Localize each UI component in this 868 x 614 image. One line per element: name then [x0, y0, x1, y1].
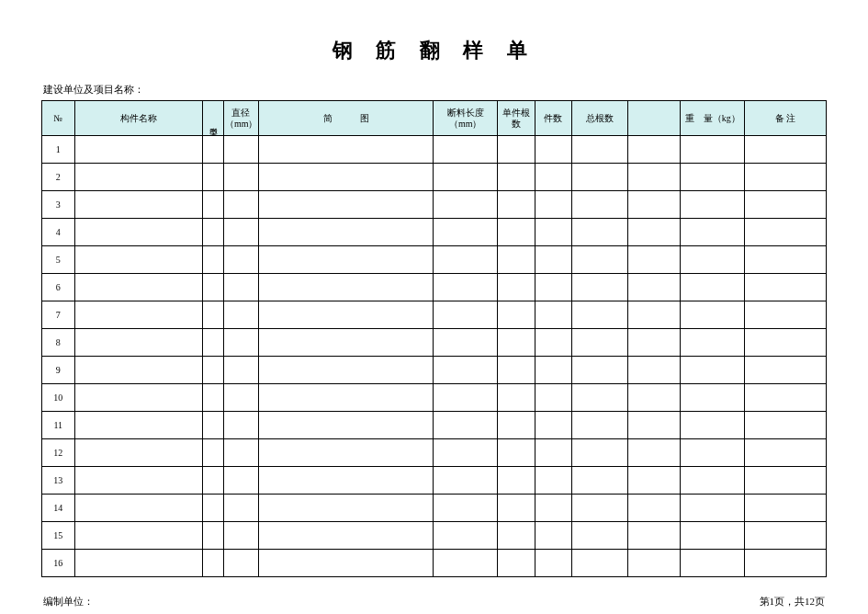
cell-blank	[628, 301, 681, 329]
cell-no: 11	[42, 412, 75, 439]
cell-note	[745, 550, 827, 577]
cell-blank	[628, 550, 681, 577]
cell-diagram	[258, 357, 433, 384]
table-row: 12	[42, 439, 827, 467]
header-type: 类型	[203, 101, 224, 136]
cell-total_roots	[572, 246, 628, 274]
cell-type	[203, 301, 224, 329]
cell-type	[203, 495, 224, 522]
cell-cut_length	[434, 219, 498, 246]
cell-diagram	[258, 246, 433, 274]
cell-pieces	[535, 550, 572, 577]
cell-diagram	[258, 412, 433, 439]
table-row: 10	[42, 384, 827, 412]
cell-pieces	[535, 467, 572, 495]
cell-pieces	[535, 495, 572, 522]
cell-type	[203, 550, 224, 577]
cell-note	[745, 329, 827, 357]
cell-weight	[681, 384, 745, 412]
cell-total_roots	[572, 219, 628, 246]
cell-blank	[628, 439, 681, 467]
cell-unit_roots	[498, 219, 535, 246]
cell-total_roots	[572, 439, 628, 467]
cell-diagram	[258, 467, 433, 495]
cell-name	[74, 357, 203, 384]
cell-no: 1	[42, 136, 75, 164]
cell-diagram	[258, 495, 433, 522]
cell-no: 14	[42, 495, 75, 522]
cell-weight	[681, 412, 745, 439]
cell-diagram	[258, 522, 433, 550]
header-weight: 重 量（kg）	[681, 101, 745, 136]
cell-type	[203, 439, 224, 467]
cell-pieces	[535, 301, 572, 329]
cell-type	[203, 384, 224, 412]
cell-diagram	[258, 164, 433, 191]
cell-blank	[628, 164, 681, 191]
cell-diameter	[223, 550, 258, 577]
cell-name	[74, 274, 203, 301]
cell-unit_roots	[498, 384, 535, 412]
cell-blank	[628, 384, 681, 412]
cell-note	[745, 412, 827, 439]
cell-diagram	[258, 384, 433, 412]
header-unit-roots: 单件根数	[498, 101, 535, 136]
header-total-roots: 总根数	[572, 101, 628, 136]
cell-pieces	[535, 412, 572, 439]
cell-type	[203, 329, 224, 357]
cell-unit_roots	[498, 246, 535, 274]
header-blank	[628, 101, 681, 136]
footer-compiler: 编制单位：	[43, 595, 94, 608]
table-row: 9	[42, 357, 827, 384]
cell-pieces	[535, 439, 572, 467]
cell-unit_roots	[498, 550, 535, 577]
cell-cut_length	[434, 495, 498, 522]
cell-unit_roots	[498, 274, 535, 301]
cell-unit_roots	[498, 301, 535, 329]
cell-cut_length	[434, 301, 498, 329]
cell-diagram	[258, 136, 433, 164]
cell-no: 10	[42, 384, 75, 412]
cell-no: 5	[42, 246, 75, 274]
cell-unit_roots	[498, 329, 535, 357]
cell-cut_length	[434, 412, 498, 439]
cell-total_roots	[572, 495, 628, 522]
cell-blank	[628, 274, 681, 301]
cell-total_roots	[572, 467, 628, 495]
cell-weight	[681, 522, 745, 550]
cell-weight	[681, 495, 745, 522]
cell-blank	[628, 136, 681, 164]
cell-unit_roots	[498, 495, 535, 522]
cell-blank	[628, 191, 681, 219]
cell-diagram	[258, 191, 433, 219]
header-note: 备 注	[745, 101, 827, 136]
cell-pieces	[535, 219, 572, 246]
cell-unit_roots	[498, 467, 535, 495]
cell-diagram	[258, 219, 433, 246]
cell-note	[745, 495, 827, 522]
table-row: 4	[42, 219, 827, 246]
cell-pieces	[535, 246, 572, 274]
cell-blank	[628, 495, 681, 522]
cell-cut_length	[434, 439, 498, 467]
cell-diagram	[258, 301, 433, 329]
cell-diameter	[223, 219, 258, 246]
header-diameter: 直径（mm）	[223, 101, 258, 136]
cell-total_roots	[572, 384, 628, 412]
cell-total_roots	[572, 329, 628, 357]
cell-note	[745, 439, 827, 467]
cell-no: 16	[42, 550, 75, 577]
project-label: 建设单位及项目名称：	[41, 83, 827, 97]
cell-pieces	[535, 164, 572, 191]
header-pieces: 件数	[535, 101, 572, 136]
table-row: 8	[42, 329, 827, 357]
cell-name	[74, 439, 203, 467]
cell-total_roots	[572, 412, 628, 439]
cell-cut_length	[434, 522, 498, 550]
cell-cut_length	[434, 329, 498, 357]
cell-diameter	[223, 164, 258, 191]
cell-no: 8	[42, 329, 75, 357]
table-body: 12345678910111213141516	[42, 136, 827, 577]
cell-total_roots	[572, 522, 628, 550]
cell-diameter	[223, 439, 258, 467]
